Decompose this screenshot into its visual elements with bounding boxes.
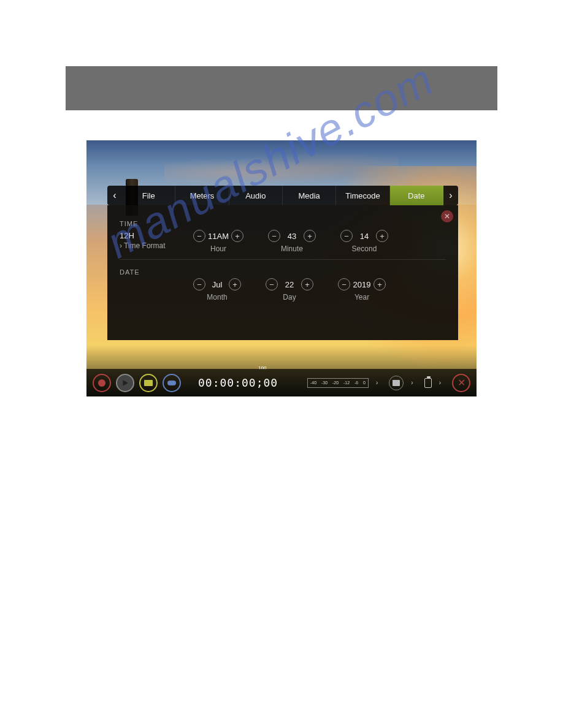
second-minus-button[interactable]: − — [340, 230, 353, 242]
panel-divider — [120, 259, 446, 260]
time-format-button[interactable]: Time Format — [120, 241, 187, 250]
audio-meter: -40 -30 -20 -12 -6 0 — [307, 378, 369, 388]
output-button[interactable] — [163, 374, 181, 392]
record-icon — [98, 379, 105, 387]
record-button[interactable] — [93, 374, 111, 392]
timecode-display: 00:00:00;00 — [198, 376, 278, 389]
tabs-container: File Meters Audio Media Timecode Date — [122, 186, 443, 205]
device-screenshot: ‹ File Meters Audio Media Timecode Date … — [86, 140, 477, 396]
minute-plus-button[interactable]: + — [304, 230, 316, 242]
month-minus-button[interactable]: − — [193, 278, 205, 290]
tab-audio[interactable]: Audio — [229, 186, 283, 205]
minute-minus-button[interactable]: − — [268, 230, 280, 242]
play-button[interactable] — [116, 374, 134, 392]
meter-chevron-icon[interactable]: › — [376, 379, 378, 386]
month-value: Jul — [208, 280, 226, 289]
year-stepper: − 2019 + Year — [338, 278, 386, 301]
meter-tick: -6 — [354, 381, 358, 385]
close-icon: ✕ — [458, 377, 465, 389]
folder-button[interactable] — [389, 376, 404, 390]
tab-date[interactable]: Date — [390, 186, 443, 205]
meter-tick: -30 — [321, 381, 327, 385]
day-minus-button[interactable]: − — [266, 278, 278, 290]
tab-timecode[interactable]: Timecode — [336, 186, 389, 205]
month-plus-button[interactable]: + — [229, 278, 241, 290]
meter-tick: 0 — [363, 381, 366, 385]
hour-minus-button[interactable]: − — [193, 230, 205, 242]
second-plus-button[interactable]: + — [376, 230, 388, 242]
meter-tick: -20 — [332, 381, 339, 385]
monitor-button[interactable] — [139, 374, 158, 392]
date-controls: − Jul + Month − 22 + Day − — [193, 278, 386, 301]
header-banner — [66, 66, 497, 110]
year-label: Year — [354, 293, 369, 301]
svg-marker-0 — [123, 380, 128, 386]
tab-file[interactable]: File — [122, 186, 175, 205]
tab-media[interactable]: Media — [283, 186, 336, 205]
time-format-value: 12H — [120, 231, 187, 240]
year-minus-button[interactable]: − — [338, 278, 350, 290]
month-stepper: − Jul + Month — [193, 278, 241, 301]
tab-prev-arrow[interactable]: ‹ — [107, 186, 122, 205]
date-left-column — [120, 278, 187, 279]
year-value: 2019 — [353, 280, 371, 289]
hour-stepper: − 11AM + Hour — [193, 230, 243, 253]
second-stepper: − 14 + Second — [340, 230, 388, 253]
hour-plus-button[interactable]: + — [231, 230, 243, 242]
folder-chevron-icon[interactable]: › — [411, 379, 413, 386]
folder-icon — [393, 380, 400, 386]
day-value: 22 — [280, 280, 299, 289]
year-plus-button[interactable]: + — [373, 278, 386, 290]
close-panel-button[interactable]: ✕ — [441, 210, 453, 222]
date-row: − Jul + Month − 22 + Day − — [120, 278, 446, 301]
second-label: Second — [352, 245, 377, 253]
date-panel: ✕ TIME 12H Time Format − 11AM + Hour — [107, 205, 458, 340]
month-label: Month — [207, 293, 227, 301]
close-icon: ✕ — [444, 212, 450, 221]
second-value: 14 — [355, 232, 373, 241]
hour-label: Hour — [210, 245, 226, 253]
day-label: Day — [283, 293, 296, 301]
day-plus-button[interactable]: + — [301, 278, 313, 290]
minute-label: Minute — [281, 245, 303, 253]
day-stepper: − 22 + Day — [266, 278, 313, 301]
monitor-icon — [144, 380, 153, 386]
time-format-column: 12H Time Format — [120, 230, 187, 250]
battery-chevron-icon[interactable]: › — [439, 379, 441, 386]
tab-meters[interactable]: Meters — [175, 186, 229, 205]
minute-value: 43 — [283, 232, 301, 241]
time-section-label: TIME — [120, 220, 446, 227]
bottom-toolbar: 00:00:00;00 -40 -30 -20 -12 -6 0 › › › ✕ — [86, 369, 477, 396]
meter-tick: -40 — [310, 381, 316, 385]
meter-tick: -12 — [343, 381, 350, 385]
tabs-bar: ‹ File Meters Audio Media Timecode Date … — [107, 186, 458, 205]
hour-value: 11AM — [208, 232, 229, 241]
tab-next-arrow[interactable]: › — [443, 186, 458, 205]
close-toolbar-button[interactable]: ✕ — [452, 374, 470, 392]
date-section-label: DATE — [120, 268, 446, 276]
battery-icon — [424, 378, 432, 388]
minute-stepper: − 43 + Minute — [268, 230, 316, 253]
output-icon — [167, 381, 176, 385]
time-controls: − 11AM + Hour − 43 + Minute — [193, 230, 388, 253]
time-row: 12H Time Format − 11AM + Hour − 43 + — [120, 230, 446, 253]
play-icon — [121, 379, 129, 387]
